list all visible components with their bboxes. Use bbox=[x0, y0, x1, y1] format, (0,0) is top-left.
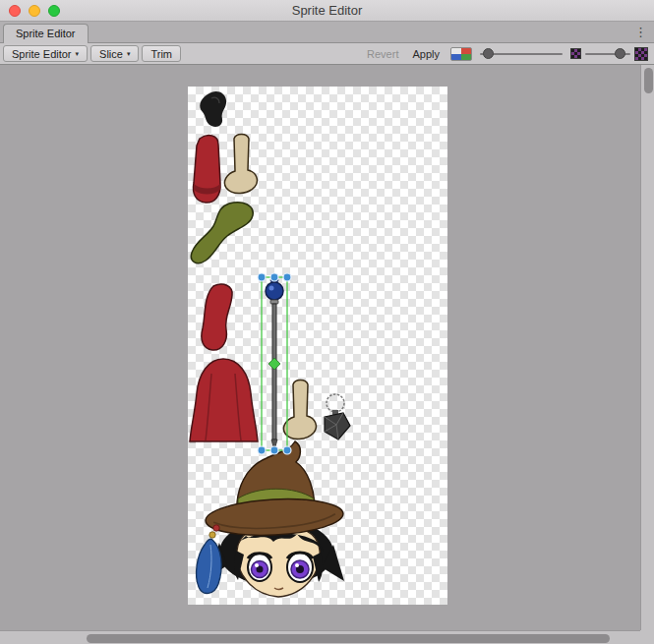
trim-button-label: Trim bbox=[150, 48, 172, 60]
selection-handle-top-left[interactable] bbox=[258, 273, 266, 281]
tab-sprite-editor[interactable]: Sprite Editor bbox=[3, 24, 89, 43]
pendant-chain bbox=[327, 394, 344, 412]
sprite-green-scarf[interactable] bbox=[191, 203, 253, 263]
selection-handle-bottom-left[interactable] bbox=[258, 446, 266, 454]
toolbar-left-group: Sprite Editor ▾ Slice ▾ Trim bbox=[0, 45, 181, 62]
selection-handle-top[interactable] bbox=[270, 273, 278, 281]
mip-slider[interactable] bbox=[570, 44, 648, 64]
kebab-menu-icon[interactable]: ⋮ bbox=[634, 22, 647, 43]
toolbar-right-group: Revert Apply bbox=[364, 44, 654, 64]
sprite-editor-dropdown[interactable]: Sprite Editor ▾ bbox=[3, 45, 88, 62]
vertical-scrollbar[interactable] bbox=[640, 65, 654, 630]
sprite-sheet-canvas bbox=[188, 87, 447, 605]
right-eye bbox=[287, 553, 313, 582]
vertical-scrollbar-thumb[interactable] bbox=[644, 68, 653, 93]
chevron-down-icon: ▾ bbox=[76, 50, 80, 57]
slice-dropdown[interactable]: Slice ▾ bbox=[90, 45, 139, 62]
left-eye bbox=[248, 554, 271, 581]
hat-bead-red bbox=[213, 525, 219, 531]
apply-button[interactable]: Apply bbox=[409, 48, 443, 60]
sprite-red-skirt[interactable] bbox=[190, 359, 258, 441]
revert-button[interactable]: Revert bbox=[364, 48, 401, 60]
sprite-editor-dropdown-label: Sprite Editor bbox=[12, 48, 72, 60]
title-bar: Sprite Editor bbox=[0, 0, 654, 22]
mip-slider-track[interactable] bbox=[585, 44, 630, 64]
selection-handle-top-right[interactable] bbox=[283, 273, 291, 281]
horizontal-scrollbar-thumb[interactable] bbox=[87, 634, 610, 643]
staff-orb bbox=[266, 282, 283, 300]
mip-slider-knob[interactable] bbox=[615, 48, 625, 59]
staff-shaft bbox=[272, 304, 276, 439]
selection-handle-bottom-right[interactable] bbox=[283, 446, 291, 454]
sprite-beige-boot-2[interactable] bbox=[283, 381, 316, 439]
tab-label: Sprite Editor bbox=[16, 28, 76, 39]
sprite-character-head[interactable] bbox=[197, 441, 344, 597]
selection-handle-bottom[interactable] bbox=[270, 446, 278, 454]
color-channel-button[interactable] bbox=[450, 47, 472, 61]
sprite-red-arm[interactable] bbox=[194, 136, 221, 203]
mip-large-texture-icon bbox=[634, 47, 648, 61]
hat-bead-yellow bbox=[209, 532, 215, 538]
sprite-red-sleeve[interactable] bbox=[202, 284, 232, 350]
slice-dropdown-label: Slice bbox=[99, 48, 123, 60]
mip-small-texture-icon bbox=[570, 48, 581, 59]
zoom-slider-knob[interactable] bbox=[483, 48, 494, 59]
canvas-area[interactable] bbox=[0, 65, 640, 630]
tab-bar: Sprite Editor ⋮ bbox=[0, 22, 654, 43]
horizontal-scrollbar[interactable] bbox=[0, 630, 640, 644]
toolbar: Sprite Editor ▾ Slice ▾ Trim Revert Appl… bbox=[0, 43, 654, 65]
chevron-down-icon: ▾ bbox=[127, 50, 131, 57]
scrollbar-corner bbox=[640, 630, 654, 644]
feather bbox=[197, 539, 222, 593]
sprite-sheet[interactable] bbox=[188, 87, 447, 605]
sprite-beige-boot[interactable] bbox=[224, 135, 257, 194]
window-title: Sprite Editor bbox=[0, 0, 654, 22]
trim-button[interactable]: Trim bbox=[142, 45, 181, 62]
sprite-editor-window: Sprite Editor Sprite Editor ⋮ Sprite Edi… bbox=[0, 0, 654, 644]
zoom-slider[interactable] bbox=[480, 44, 563, 64]
sprite-hair-tuft[interactable] bbox=[200, 91, 226, 127]
selection-pivot-handle[interactable] bbox=[268, 358, 280, 370]
sprite-pendant[interactable] bbox=[325, 394, 350, 439]
pendant-gem bbox=[325, 413, 350, 439]
hat-brim bbox=[205, 496, 344, 538]
